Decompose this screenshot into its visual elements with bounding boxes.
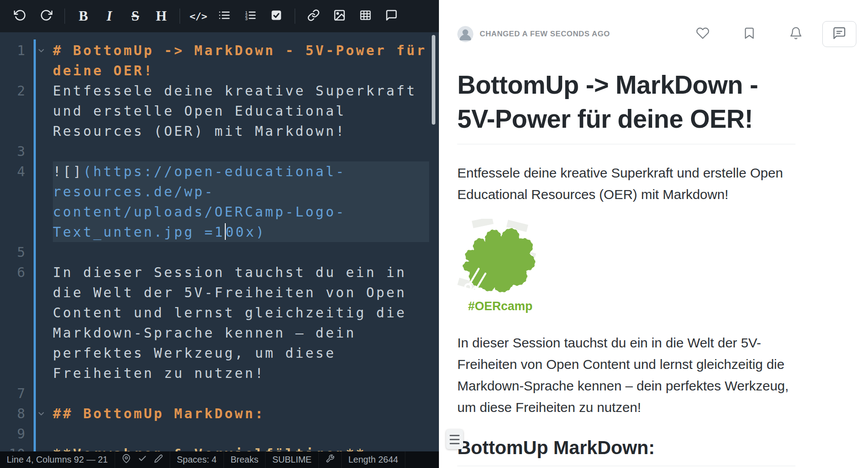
doc-length: Length 2644: [342, 451, 405, 468]
fold-gutter: [25, 444, 53, 451]
pane-resize-handle[interactable]: [446, 429, 463, 449]
table-icon: [359, 9, 372, 23]
code-line-text[interactable]: **Verwahren & Vervielfältigen**: [53, 444, 429, 451]
page-title: BottomUp -> MarkDown - 5V-Power für dein…: [457, 68, 795, 144]
redo-icon: [40, 9, 52, 23]
code-line-text[interactable]: ## BottomUp MarkDown:: [53, 403, 429, 424]
last-changed-label: CHANGED A FEW SECONDS AGO: [480, 30, 610, 39]
comment-bubble-icon: [832, 26, 847, 42]
code-editor[interactable]: 1 # BottomUp -> MarkDown - 5V-Power für …: [0, 32, 439, 451]
cursor-position: Line 4, Columns 92 — 21: [0, 451, 115, 468]
image-url: (https://open-educational-resources.de/w…: [53, 164, 346, 240]
toolbar-separator: [295, 9, 295, 24]
image-button[interactable]: [328, 5, 351, 27]
editor-line[interactable]: 3: [0, 141, 439, 161]
code-line-text[interactable]: In dieser Session tauchst du ein in die …: [53, 262, 429, 383]
wrench-icon: [326, 454, 335, 465]
chevron-down-icon: [37, 46, 46, 55]
session-paragraph: In dieser Session tauchst du ein in die …: [457, 332, 795, 418]
code-button[interactable]: </>: [187, 5, 210, 27]
fold-gutter[interactable]: [25, 40, 53, 81]
bullet-list-button[interactable]: [213, 5, 236, 27]
editor-line[interactable]: 2 Entfessele deine kreative Superkraft u…: [0, 81, 439, 141]
editor-line[interactable]: 5: [0, 242, 439, 262]
editor-line[interactable]: 9: [0, 424, 439, 444]
fold-gutter[interactable]: [25, 403, 53, 424]
fold-gutter: [25, 424, 53, 444]
brush-icon[interactable]: [154, 454, 163, 465]
image-syntax: ![]: [53, 164, 83, 179]
status-bar: Line 4, Columns 92 — 21 Spaces: 4 Breaks…: [0, 451, 439, 468]
line-number: 1: [0, 40, 25, 81]
editor-scrollbar[interactable]: [432, 35, 435, 125]
heading-icon: H: [156, 8, 167, 24]
chevron-down-icon: [37, 409, 46, 418]
task-list-button[interactable]: [265, 5, 288, 27]
preferences-button[interactable]: [319, 451, 342, 468]
line-number: 3: [0, 141, 25, 161]
heart-icon: [696, 26, 709, 42]
editor-line[interactable]: 8 ## BottomUp MarkDown:: [0, 403, 439, 424]
table-button[interactable]: [354, 5, 377, 27]
bookmark-button[interactable]: [739, 24, 760, 44]
code-line-text[interactable]: [53, 424, 429, 444]
like-button[interactable]: [692, 24, 713, 44]
toolbar-separator: [180, 9, 180, 24]
heading-button[interactable]: H: [150, 5, 172, 27]
image-icon: [333, 9, 346, 23]
italic-icon: I: [107, 8, 112, 24]
preview-pane: CHANGED A FEW SECONDS AGO BottomUp -> Ma…: [439, 0, 868, 468]
undo-icon: [14, 9, 26, 23]
editor-pane: B I S H </> 123: [0, 0, 439, 468]
markdown-editor-app: B I S H </> 123: [0, 0, 868, 468]
ordered-list-button[interactable]: 123: [239, 5, 262, 27]
oercamp-logo-image: [457, 219, 540, 296]
strikethrough-icon: S: [131, 8, 139, 24]
code-line-text[interactable]: [53, 242, 429, 262]
intro-paragraph: Entfessele deine kreative Superkraft und…: [457, 162, 795, 205]
indent-setting[interactable]: Spaces: 4: [170, 451, 224, 468]
note-meta-row: CHANGED A FEW SECONDS AGO: [439, 0, 868, 47]
code-icon: </>: [189, 11, 207, 22]
fold-gutter: [25, 242, 53, 262]
authorship-bar: [34, 39, 36, 451]
editor-line-active[interactable]: 4 ![](https://open-educational-resources…: [0, 161, 439, 242]
italic-button[interactable]: I: [98, 5, 120, 27]
pin-icon[interactable]: [122, 454, 131, 465]
image-url: 00x): [226, 224, 266, 240]
link-button[interactable]: [302, 5, 325, 27]
code-line-text[interactable]: # BottomUp -> MarkDown - 5V-Power für de…: [53, 40, 429, 81]
editor-line[interactable]: 10 **Verwahren & Vervielfältigen**: [0, 444, 439, 451]
fold-gutter: [25, 383, 53, 403]
check-icon[interactable]: [138, 454, 147, 465]
line-number: 9: [0, 424, 25, 444]
comment-button[interactable]: [380, 5, 403, 27]
section-heading: BottomUp MarkDown:: [457, 436, 795, 466]
linebreak-setting[interactable]: Breaks: [224, 451, 266, 468]
fold-gutter: [25, 161, 53, 242]
code-line-text[interactable]: [53, 141, 429, 161]
link-icon: [307, 9, 320, 23]
bold-icon: B: [79, 8, 88, 24]
editor-line[interactable]: 6 In dieser Session tauchst du ein in di…: [0, 262, 439, 383]
bold-button[interactable]: B: [72, 5, 95, 27]
editor-line[interactable]: 1 # BottomUp -> MarkDown - 5V-Power für …: [0, 40, 439, 81]
notifications-button[interactable]: [786, 24, 806, 44]
fold-gutter: [25, 141, 53, 161]
editor-line[interactable]: 7: [0, 383, 439, 403]
undo-button[interactable]: [9, 5, 31, 27]
bullet-list-icon: [218, 9, 231, 23]
comment-icon: [385, 9, 398, 23]
keymap-setting[interactable]: SUBLIME: [266, 451, 319, 468]
avatar[interactable]: [457, 26, 473, 42]
line-number: 7: [0, 383, 25, 403]
line-number: 5: [0, 242, 25, 262]
redo-button[interactable]: [35, 5, 57, 27]
line-number: 4: [0, 161, 25, 242]
code-line-text[interactable]: [53, 383, 429, 403]
code-line-text[interactable]: Entfessele deine kreative Superkraft und…: [53, 81, 429, 141]
strikethrough-button[interactable]: S: [124, 5, 146, 27]
svg-text:3: 3: [245, 16, 248, 21]
code-line-text[interactable]: ![](https://open-educational-resources.d…: [53, 161, 429, 242]
open-comments-button[interactable]: [822, 21, 856, 47]
